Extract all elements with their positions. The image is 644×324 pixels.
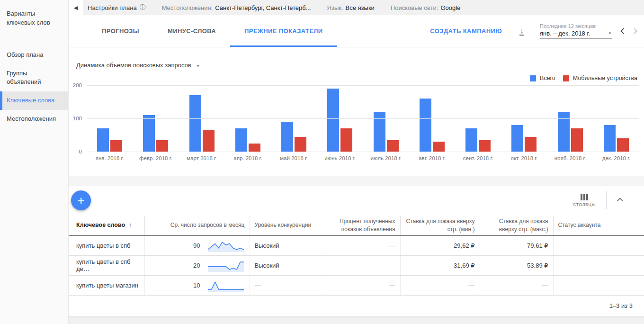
sidebar-divider — [7, 39, 62, 39]
bar — [525, 137, 537, 152]
table-tools: СТОЛБЦЫ — [563, 190, 634, 211]
gridline — [87, 152, 639, 152]
y-axis-tick: 0 — [69, 149, 82, 154]
bar — [465, 128, 477, 152]
locations-setting[interactable]: Местоположения: Санкт-Петербург, Санкт-П… — [162, 4, 311, 11]
bar-group: март 2018 г. — [179, 85, 225, 161]
date-range-picker[interactable]: Последние 12 месяцев янв. – дек. 2018 г.… — [540, 23, 612, 39]
sidebar-item-plan-overview[interactable]: Обзор плана — [0, 46, 68, 64]
sidebar-item-ad-groups[interactable]: Группы объявлений — [0, 64, 68, 92]
sparkline-chart — [207, 278, 245, 292]
add-keywords-button[interactable]: + — [71, 190, 91, 210]
bar — [617, 138, 629, 152]
x-axis-label: июль 2018 г. — [363, 152, 409, 161]
competition-cell: — — [250, 275, 325, 295]
bid-min-cell: — — [400, 275, 480, 295]
legend-swatch-mobile — [563, 75, 569, 81]
locations-value: Санкт-Петербург, Санкт-Петерб... — [215, 4, 311, 11]
bar — [189, 95, 201, 152]
networks-setting[interactable]: Поисковые сети: Google — [391, 4, 461, 11]
competition-cell: Высокий — [250, 255, 325, 275]
x-axis-label: апр. 2018 г. — [225, 152, 271, 161]
bar — [110, 140, 122, 152]
x-axis-label: дек. 2018 г. — [593, 152, 639, 161]
bid-min-cell: 29,62 ₽ — [400, 235, 480, 255]
language-label: Язык: — [327, 4, 343, 11]
bar — [571, 128, 583, 152]
table-header-row: Ключевое слово↑ Ср. число запросов в мес… — [69, 216, 644, 235]
table-toolbar: + СТОЛБЦЫ — [69, 186, 644, 216]
gridline — [87, 85, 639, 86]
date-range-value: янв. – дек. 2018 г. — [540, 30, 605, 37]
networks-value: Google — [440, 4, 460, 11]
avg-searches-cell: 20 — [144, 255, 250, 275]
table-row[interactable]: купить цветы магазин 10 — — — — — [69, 275, 644, 295]
bid-max-cell: — — [480, 275, 553, 295]
tab-bar: ПРОГНОЗЫ МИНУС-СЛОВА ПРЕЖНИЕ ПОКАЗАТЕЛИ … — [69, 15, 644, 47]
bar-group: июль 2018 г. — [363, 85, 409, 161]
tab-negative-keywords[interactable]: МИНУС-СЛОВА — [153, 15, 230, 47]
bid-max-cell: 79,61 ₽ — [480, 235, 553, 255]
bar-chart: янв. 2018 г.февр. 2018 г.март 2018 г.апр… — [87, 85, 639, 161]
bar — [327, 89, 339, 152]
tab-forecasts[interactable]: ПРОГНОЗЫ — [88, 15, 153, 47]
column-header-competition[interactable]: Уровень конкуренции — [250, 216, 325, 235]
bar — [97, 128, 109, 152]
bar — [249, 144, 260, 152]
chart-metric-selector[interactable]: Динамика объемов поисковых запросов ▼ — [76, 61, 209, 76]
table-row[interactable]: купить цветы в спб 90 Высокий — 29,62 ₽ … — [69, 235, 644, 255]
chevron-down-icon: ▼ — [196, 64, 200, 68]
plan-settings-bar: ◀ Настройки плана ⓘ Местоположения: Санк… — [69, 0, 644, 15]
avg-searches-cell: 90 — [144, 235, 250, 255]
sidebar-item-keywords[interactable]: Ключевые слова — [0, 91, 68, 110]
keyword-cell: купить цветы магазин — [69, 275, 144, 295]
tab-historical-metrics[interactable]: ПРЕЖНИЕ ПОКАЗАТЕЛИ — [230, 15, 337, 47]
prev-period-icon[interactable] — [620, 28, 626, 34]
bar — [340, 128, 352, 152]
download-icon[interactable]: ↓ — [518, 27, 526, 36]
language-setting[interactable]: Язык: Все языки — [327, 4, 375, 11]
collapse-table-button[interactable] — [607, 196, 634, 205]
bar — [558, 112, 570, 152]
bar — [374, 112, 385, 152]
x-axis-label: июнь 2018 г. — [317, 152, 363, 161]
main-content: ◀ Настройки плана ⓘ Местоположения: Санк… — [69, 0, 644, 324]
sort-ascending-icon: ↑ — [129, 222, 132, 228]
bar — [143, 115, 155, 152]
bar-group: июнь 2018 г. — [317, 85, 363, 161]
bar — [203, 130, 215, 152]
chevron-down-icon: ▼ — [608, 31, 612, 36]
column-header-avg-searches[interactable]: Ср. число запросов в месяц — [144, 216, 250, 235]
collapse-panel-icon[interactable]: ◀ — [69, 5, 83, 11]
x-axis-label: нояб. 2018 г. — [547, 152, 593, 161]
plan-settings-label[interactable]: Настройки плана — [88, 4, 137, 11]
impression-share-cell: — — [325, 255, 400, 275]
create-campaign-button[interactable]: СОЗДАТЬ КАМПАНИЮ — [430, 27, 502, 35]
legend-label-total: Всего — [540, 75, 555, 81]
table-row[interactable]: купить цветы в спб де… 20 Высокий — 31,6… — [69, 255, 644, 275]
sparkline-chart — [207, 258, 245, 272]
chart-legend: Всего Мобильные устройства — [530, 75, 637, 81]
columns-button[interactable]: СТОЛБЦЫ — [563, 194, 606, 207]
bar — [295, 137, 306, 152]
date-range-caption: Последние 12 месяцев — [540, 23, 612, 29]
next-period-icon[interactable] — [631, 28, 637, 34]
avg-searches-cell: 10 — [144, 275, 250, 295]
bar — [604, 125, 616, 152]
column-header-impression-share[interactable]: Процент полученных показов объявления — [325, 216, 400, 235]
search-volume-chart-section: Динамика объемов поисковых запросов ▼ Вс… — [69, 47, 644, 176]
column-header-bid-min[interactable]: Ставка для показа вверху стр. (мин.) — [400, 216, 480, 235]
chart-title: Динамика объемов поисковых запросов — [76, 62, 191, 69]
bar — [387, 140, 399, 152]
bar — [420, 99, 431, 152]
sidebar-item-locations[interactable]: Местоположения — [0, 110, 68, 128]
competition-cell: Высокий — [250, 235, 325, 255]
column-header-account-status[interactable]: Статус аккаунта — [553, 216, 644, 235]
sidebar-item-keyword-ideas[interactable]: Варианты ключевых слов — [0, 5, 68, 32]
column-header-keyword[interactable]: Ключевое слово↑ — [69, 216, 144, 235]
bar-group: нояб. 2018 г. — [547, 85, 593, 161]
info-icon[interactable]: ⓘ — [140, 3, 146, 12]
column-header-bid-max[interactable]: Ставка для показа вверху стр. (макс.) — [480, 216, 553, 235]
bottom-strip — [69, 317, 644, 324]
bar — [433, 142, 445, 152]
